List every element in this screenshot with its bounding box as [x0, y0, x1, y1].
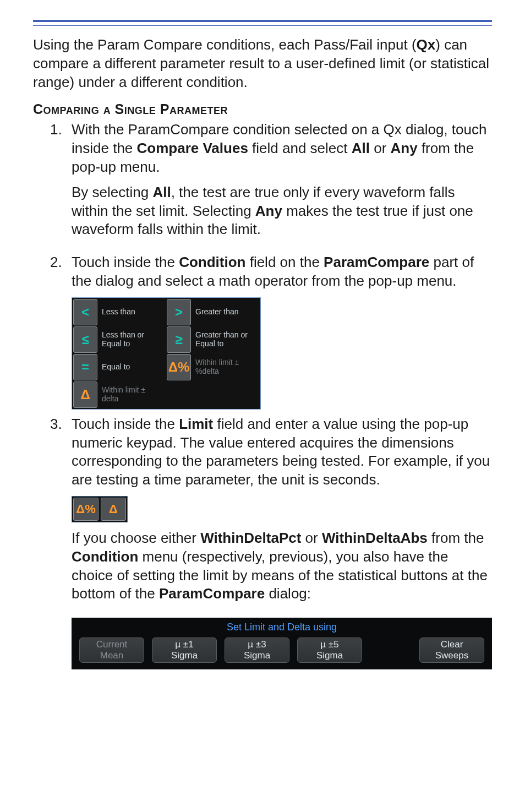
operator-icon-gt[interactable]: >	[167, 299, 191, 325]
stat-button-line2: Mean	[100, 650, 124, 661]
operator-empty	[192, 382, 260, 408]
intro-paragraph: Using the Param Compare conditions, each…	[33, 36, 492, 91]
set-limit-bar: Set Limit and Delta using CurrentMeanµ ±…	[72, 618, 492, 669]
operator-label-le[interactable]: Less than or Equal to	[99, 326, 166, 353]
stat-button--5-sigma[interactable]: µ ±5Sigma	[297, 637, 362, 663]
step-1: With the ParamCompare condition selected…	[66, 121, 492, 239]
step-3-text: Touch inside the Limit field and enter a…	[72, 416, 490, 488]
operator-icon-lt[interactable]: <	[73, 299, 97, 325]
stat-button-line2: Sweeps	[435, 650, 468, 661]
operator-label-ge[interactable]: Greater than or Equal to	[192, 326, 260, 353]
stat-button-line1: Current	[96, 639, 128, 650]
delta-icon-dpct: Δ%	[73, 498, 99, 521]
stat-button--1-sigma[interactable]: µ ±1Sigma	[152, 637, 217, 663]
spacer	[370, 637, 412, 663]
stat-button-clear-sweeps[interactable]: ClearSweeps	[419, 637, 484, 663]
step-1-sub: By selecting All, the test are true only…	[72, 183, 492, 239]
step-2-text: Touch inside the Condition field on the …	[72, 254, 474, 289]
step-2: Touch inside the Condition field on the …	[66, 253, 492, 410]
operator-grid: <Less than>Greater than≤Less than or Equ…	[72, 297, 261, 410]
stat-button--3-sigma[interactable]: µ ±3Sigma	[225, 637, 289, 663]
step-3-sub: If you choose either WithinDeltaPct or W…	[72, 529, 492, 603]
operator-label-gt[interactable]: Greater than	[192, 299, 260, 325]
operator-icon-le[interactable]: ≤	[73, 326, 97, 353]
operator-icon-ge[interactable]: ≥	[167, 326, 191, 353]
operator-label-dabs[interactable]: Within limit ± delta	[99, 382, 166, 408]
step-3: Touch inside the Limit field and enter a…	[66, 415, 492, 669]
operator-label-eq[interactable]: Equal to	[99, 354, 166, 380]
delta-icon-dabs: Δ	[101, 498, 126, 521]
delta-icon-strip: Δ%Δ	[72, 496, 128, 522]
stat-button-current-mean[interactable]: CurrentMean	[79, 637, 144, 663]
operator-label-lt[interactable]: Less than	[99, 299, 166, 325]
step-1-text: With the ParamCompare condition selected…	[72, 121, 486, 175]
stat-button-line2: Sigma	[316, 650, 343, 661]
operator-icon-dabs[interactable]: Δ	[73, 382, 97, 408]
stat-button-line1: µ ±1	[175, 639, 193, 650]
set-limit-title: Set Limit and Delta using	[79, 621, 484, 634]
stat-button-line1: µ ±5	[320, 639, 338, 650]
header-rule	[33, 20, 492, 26]
stat-button-line1: Clear	[441, 639, 463, 650]
stat-button-line1: µ ±3	[248, 639, 266, 650]
stat-button-line2: Sigma	[244, 650, 270, 661]
operator-icon-dpct[interactable]: Δ%	[167, 354, 191, 380]
operator-icon-eq[interactable]: =	[73, 354, 97, 380]
operator-label-dpct[interactable]: Within limit ± %delta	[192, 354, 260, 380]
section-heading: Comparing a Single Parameter	[33, 101, 492, 117]
operator-empty	[167, 382, 191, 408]
stat-button-line2: Sigma	[171, 650, 198, 661]
